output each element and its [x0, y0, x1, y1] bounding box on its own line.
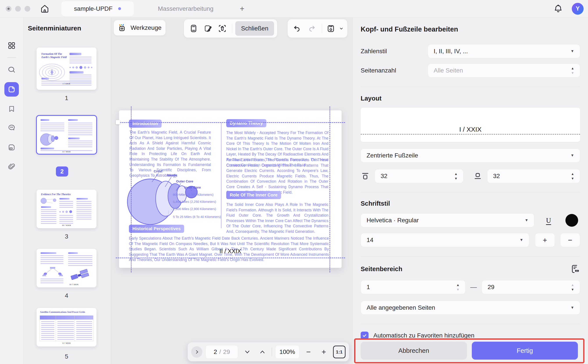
range-to-stepper[interactable]: 29 ▲▼ — [482, 280, 580, 294]
rail-divider — [7, 57, 16, 58]
stepper-arrows[interactable]: ▲▼ — [571, 283, 574, 291]
unsaved-dot-icon — [118, 7, 121, 10]
dropdown-caret-icon: ▼ — [570, 306, 574, 310]
sidebar-item-themes[interactable] — [4, 363, 19, 364]
pages-option-value: Alle angegebenen Seiten — [367, 304, 435, 311]
zahlenstil-select[interactable]: I, II, III, IV, ... ▼ — [428, 44, 580, 58]
svg-text:Crust: Crust — [154, 169, 162, 173]
range-from-stepper[interactable]: 1 ▲▼ — [361, 280, 465, 294]
schliessen-button[interactable]: Schließen — [235, 21, 274, 36]
pages-option-select[interactable]: Alle angegebenen Seiten ▼ — [361, 301, 580, 315]
top-margin-stepper[interactable]: 32 ▲▼ — [375, 169, 463, 183]
cancel-button[interactable]: Abbrechen — [361, 342, 467, 360]
document-canvas: Werkzeuge Schließen — [111, 18, 353, 364]
thumbnail-page-1[interactable]: Formation Of The Earth's Magnetic Field … — [37, 47, 96, 90]
svg-text:5 To 25 Miles (8 To 40 Kilomet: 5 To 25 Miles (8 To 40 Kilometers) — [173, 215, 221, 219]
sidebar-item-bookmarks[interactable] — [4, 102, 19, 116]
page-header-footer-button[interactable] — [187, 21, 200, 36]
dropdown-caret-icon: ▼ — [570, 49, 574, 53]
sidebar-item-page-thumbnails[interactable] — [4, 82, 19, 97]
bottom-margin-stepper[interactable]: 32 ▲▼ — [487, 169, 580, 183]
thumbnail-page-3[interactable]: Evidence For The Theories III / XXIX — [37, 190, 96, 228]
underline-button[interactable]: U — [541, 213, 557, 227]
footer-position-select[interactable]: Zentrierte Fußzeile ▼ — [361, 149, 580, 162]
thumbnail-page-4[interactable]: IV / XXIX — [37, 249, 96, 287]
actual-size-button[interactable]: 1:1 — [333, 346, 346, 358]
thumbnails-panel-title: Seitenminiaturen — [28, 25, 81, 32]
guide-drag-handle[interactable] — [116, 120, 120, 124]
zoom-out-button[interactable] — [302, 346, 315, 358]
dropdown-caret-icon: ▼ — [570, 153, 574, 158]
stepper-arrows[interactable]: ▲▼ — [571, 172, 574, 180]
window-close-button[interactable] — [6, 6, 11, 12]
thumbnail-page-5[interactable]: Satellite Communications And Power Grids… — [37, 308, 96, 346]
remove-header-footer-button[interactable] — [216, 21, 229, 36]
page-range-icon[interactable] — [570, 264, 580, 274]
tab-sample-updf[interactable]: sample-UPDF — [61, 1, 134, 16]
navbar-divider — [272, 348, 272, 356]
font-color-button[interactable] — [565, 214, 578, 227]
svg-text:800 Miles (1,300 Kilometers): 800 Miles (1,300 Kilometers) — [173, 193, 214, 196]
previous-page-button[interactable] — [256, 346, 268, 358]
thumb1-section-badge — [69, 53, 81, 55]
stepper-arrows[interactable]: ▲▼ — [454, 172, 458, 180]
thumb1-footer: I / XXIX — [37, 83, 96, 85]
zoom-in-button[interactable] — [318, 346, 330, 358]
schriftstil-section-label: Schriftstil — [361, 200, 580, 207]
panel-divider-1 — [361, 87, 580, 87]
seitenanzahl-stepper[interactable]: Alle Seiten ▲▼ — [428, 64, 580, 78]
sidebar-item-apps[interactable] — [4, 38, 19, 53]
header-footer-icon — [189, 24, 198, 33]
home-button[interactable] — [39, 3, 51, 15]
notification-bell-icon[interactable] — [553, 4, 563, 13]
svg-text:1,400 Miles (2,250 Kilometers): 1,400 Miles (2,250 Kilometers) — [173, 200, 216, 203]
seitenanzahl-placeholder: Alle Seiten — [434, 67, 463, 74]
thumbnail-page-2-selected[interactable]: II / XXIX — [37, 116, 96, 154]
decrease-size-button[interactable]: − — [560, 233, 580, 247]
page-number-input[interactable]: 2 / 29 — [205, 345, 238, 359]
updf-app-window: sample-UPDF Massenverarbeitung + Y — [0, 0, 588, 364]
toolbar-divider-2 — [322, 24, 322, 33]
range-to-value: 29 — [488, 284, 494, 291]
window-minimize-button[interactable] — [15, 6, 21, 12]
edit-header-footer-button[interactable] — [201, 21, 215, 36]
home-icon — [40, 4, 50, 13]
save-button[interactable] — [325, 21, 337, 36]
sidebar-item-search[interactable] — [4, 63, 19, 77]
undo-button[interactable] — [290, 21, 304, 36]
thumb1-section-badge-2 — [69, 71, 84, 74]
tab-massenverarbeitung[interactable]: Massenverarbeitung — [158, 5, 214, 12]
sidebar-item-comments[interactable] — [4, 120, 19, 135]
stepper-arrows[interactable]: ▲▼ — [456, 283, 460, 291]
next-page-button[interactable] — [241, 346, 253, 358]
window-zoom-button[interactable] — [25, 6, 30, 12]
new-tab-button[interactable]: + — [240, 5, 244, 13]
save-options-button[interactable] — [338, 21, 345, 36]
pdf-page-2[interactable]: Introduction The Earth's Magnetic Field,… — [119, 110, 341, 268]
save-icon — [327, 24, 335, 33]
window-controls[interactable] — [6, 6, 30, 12]
font-size-select[interactable]: 14 ▼ — [361, 233, 529, 247]
svg-text:Inner Core: Inner Core — [184, 186, 201, 189]
sidebar-item-attachments[interactable] — [4, 159, 19, 174]
top-margin-icon — [361, 171, 370, 181]
increase-size-button[interactable]: + — [535, 233, 555, 247]
favorites-checkbox[interactable] — [361, 332, 368, 339]
stepper-arrows[interactable]: ▲▼ — [571, 67, 574, 74]
panel-divider-2 — [361, 192, 580, 193]
apps-grid-icon — [7, 41, 16, 50]
font-family-value: Helvetica · Regular — [367, 217, 419, 224]
page-navigation-bar: 2 / 29 100% 1:1 — [188, 342, 349, 361]
avatar[interactable]: Y — [572, 3, 584, 15]
redo-button[interactable] — [305, 21, 319, 36]
thumb1-title-line1: Formation Of The — [41, 52, 62, 55]
collapse-navbar-button[interactable] — [191, 346, 202, 358]
sidebar-item-form[interactable] — [4, 140, 19, 155]
satellite-mini-illustration — [70, 268, 92, 282]
thumb5-table — [40, 315, 94, 341]
zoom-level-input[interactable]: 100% — [275, 345, 300, 359]
font-family-select[interactable]: Helvetica · Regular ▼ — [361, 213, 534, 227]
thumbnail-page-4-number: 4 — [37, 292, 96, 299]
done-button[interactable]: Fertig — [472, 342, 578, 360]
werkzeuge-button[interactable]: Werkzeuge — [114, 20, 166, 35]
